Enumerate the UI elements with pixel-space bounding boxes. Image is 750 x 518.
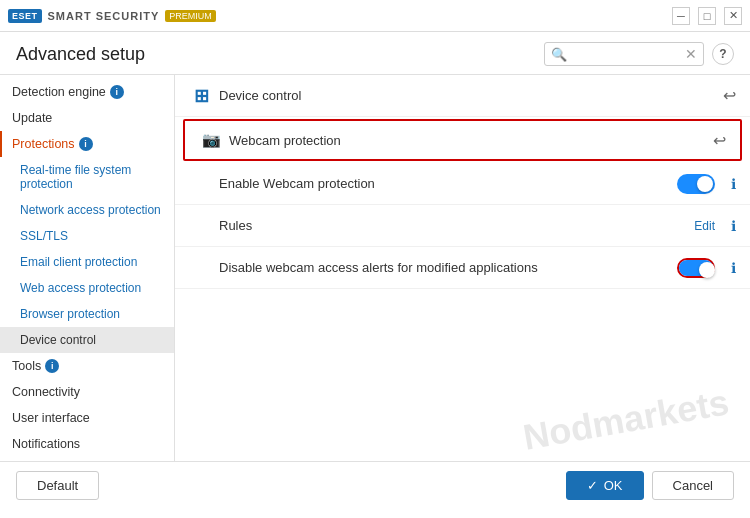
title-bar-tier: PREMIUM [165,10,216,22]
device-control-icon-container: ⊞ [189,85,213,107]
webcam-protection-label: Webcam protection [229,133,705,148]
rules-label: Rules [189,218,694,233]
search-clear-button[interactable]: ✕ [685,46,697,62]
webcam-protection-reset-icon[interactable]: ↩ [713,131,726,150]
ok-button[interactable]: ✓ OK [566,471,644,500]
sidebar-item-label: Browser protection [20,307,120,321]
toggle-thumb-2 [699,262,715,278]
rules-info-icon[interactable]: ℹ [731,218,736,234]
detection-engine-badge: i [110,85,124,99]
footer-right: ✓ OK Cancel [566,471,734,500]
protections-badge: i [79,137,93,151]
disable-alerts-actions: ℹ [677,258,736,278]
enable-webcam-row: Enable Webcam protection ℹ [175,163,750,205]
header-right: 🔍 ✕ ? [544,42,734,66]
search-input[interactable] [571,47,681,61]
sidebar-item-label: Email client protection [20,255,137,269]
sidebar-item-label: Connectivity [12,385,80,399]
enable-webcam-info-icon[interactable]: ℹ [731,176,736,192]
webcam-protection-row: 📷 Webcam protection ↩ [183,119,742,161]
disable-alerts-label: Disable webcam access alerts for modifie… [189,260,677,275]
disable-alerts-info-icon[interactable]: ℹ [731,260,736,276]
rules-row: Rules Edit ℹ [175,205,750,247]
sidebar-item-label: Device control [20,333,96,347]
disable-alerts-toggle[interactable] [677,258,715,278]
sidebar-item-email-client[interactable]: Email client protection [0,249,174,275]
sidebar-item-detection-engine[interactable]: Detection engine i [0,79,174,105]
sidebar-item-network-access[interactable]: Network access protection [0,197,174,223]
sidebar-item-privacy-settings[interactable]: Privacy settings [0,457,174,461]
sidebar-item-label: Update [12,111,52,125]
title-bar-product: SMART SECURITY [48,10,160,22]
eset-logo: ESET [8,9,42,23]
sidebar-item-label: Detection engine [12,85,106,99]
enable-webcam-toggle[interactable] [677,174,715,194]
maximize-button[interactable]: □ [698,7,716,25]
sidebar-item-label: Web access protection [20,281,141,295]
disable-alerts-row: Disable webcam access alerts for modifie… [175,247,750,289]
webcam-icon-container: 📷 [199,131,223,149]
device-control-row: ⊞ Device control ↩ [175,75,750,117]
device-control-actions: ↩ [715,86,736,105]
sidebar-item-label: Real-time file system protection [20,163,162,191]
sidebar-item-label: Protections [12,137,75,151]
cancel-button[interactable]: Cancel [652,471,734,500]
sidebar-item-web-access[interactable]: Web access protection [0,275,174,301]
rules-actions: Edit ℹ [694,218,736,234]
enable-webcam-label: Enable Webcam protection [189,176,677,191]
plus-icon: ⊞ [194,85,209,107]
ok-icon: ✓ [587,478,598,493]
help-button[interactable]: ? [712,43,734,65]
content-area: ⊞ Device control ↩ 📷 Webcam protection ↩… [175,75,750,461]
sidebar-item-notifications[interactable]: Notifications [0,431,174,457]
default-button[interactable]: Default [16,471,99,500]
sidebar-item-label: User interface [12,411,90,425]
sidebar-item-update[interactable]: Update [0,105,174,131]
search-icon: 🔍 [551,47,567,62]
toggle-thumb [697,176,713,192]
enable-webcam-actions: ℹ [677,174,736,194]
close-button[interactable]: ✕ [724,7,742,25]
title-bar-left: ESET SMART SECURITY PREMIUM [8,9,216,23]
sidebar-item-label: Network access protection [20,203,161,217]
sidebar-item-realtime[interactable]: Real-time file system protection [0,157,174,197]
main-layout: Detection engine i Update Protections i … [0,75,750,461]
tools-badge: i [45,359,59,373]
footer: Default ✓ OK Cancel [0,461,750,509]
sidebar-item-connectivity[interactable]: Connectivity [0,379,174,405]
sidebar-item-ssl-tls[interactable]: SSL/TLS [0,223,174,249]
sidebar-item-label: Notifications [12,437,80,451]
header: Advanced setup 🔍 ✕ ? [0,32,750,75]
sidebar-item-label: Tools [12,359,41,373]
minimize-button[interactable]: ─ [672,7,690,25]
sidebar-item-tools[interactable]: Tools i [0,353,174,379]
webcam-protection-actions: ↩ [705,131,726,150]
sidebar-item-device-control[interactable]: Device control [0,327,174,353]
ok-label: OK [604,478,623,493]
title-bar: ESET SMART SECURITY PREMIUM ─ □ ✕ [0,0,750,32]
watermark: Nodmarkets [520,381,732,458]
title-bar-controls: ─ □ ✕ [672,7,742,25]
webcam-icon: 📷 [202,131,221,149]
page-title: Advanced setup [16,44,145,65]
sidebar-item-protections[interactable]: Protections i [0,131,174,157]
sidebar-item-browser[interactable]: Browser protection [0,301,174,327]
device-control-reset-icon[interactable]: ↩ [723,86,736,105]
sidebar: Detection engine i Update Protections i … [0,75,175,461]
search-box[interactable]: 🔍 ✕ [544,42,704,66]
device-control-label: Device control [219,88,715,103]
rules-edit-button[interactable]: Edit [694,219,715,233]
sidebar-item-user-interface[interactable]: User interface [0,405,174,431]
sidebar-item-label: SSL/TLS [20,229,68,243]
